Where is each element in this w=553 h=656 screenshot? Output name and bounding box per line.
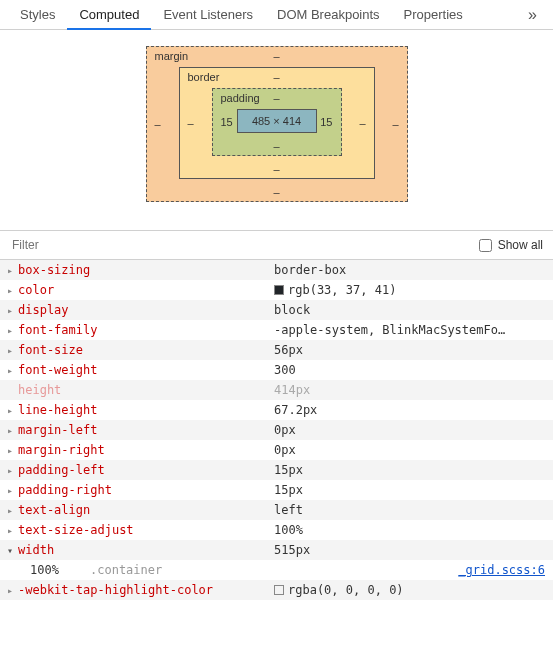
border-left-value[interactable]: –	[188, 117, 194, 129]
property-value: 300	[274, 363, 549, 377]
disclosure-triangle-icon[interactable]	[4, 405, 16, 416]
padding-left-value[interactable]: 15	[221, 116, 233, 128]
disclosure-triangle-icon[interactable]	[4, 265, 16, 276]
property-row[interactable]: font-size56px	[0, 340, 553, 360]
filter-input[interactable]	[10, 237, 479, 253]
disclosure-triangle-icon[interactable]	[4, 545, 16, 556]
property-row[interactable]: padding-right15px	[0, 480, 553, 500]
property-row[interactable]: width515px	[0, 540, 553, 560]
box-model-padding[interactable]: padding – – 15 15 485 × 414	[212, 88, 342, 156]
color-swatch-icon[interactable]	[274, 285, 284, 295]
disclosure-triangle-icon[interactable]	[4, 425, 16, 436]
property-value-text: 0px	[274, 423, 296, 437]
margin-right-value[interactable]: –	[392, 118, 398, 130]
property-value: 67.2px	[274, 403, 549, 417]
property-value-text: 15px	[274, 483, 303, 497]
property-value: 515px	[274, 543, 549, 557]
property-value: block	[274, 303, 549, 317]
property-value-text: 15px	[274, 463, 303, 477]
property-row[interactable]: line-height67.2px	[0, 400, 553, 420]
color-swatch-icon[interactable]	[274, 585, 284, 595]
property-value: border-box	[274, 263, 549, 277]
show-all-checkbox[interactable]	[479, 239, 492, 252]
property-row[interactable]: displayblock	[0, 300, 553, 320]
property-value-text: 67.2px	[274, 403, 317, 417]
property-value-text: 300	[274, 363, 296, 377]
property-value: -apple-system, BlinkMacSystemFo…	[274, 323, 549, 337]
disclosure-triangle-icon[interactable]	[4, 505, 16, 516]
property-value: 15px	[274, 463, 549, 477]
margin-label: margin	[155, 50, 189, 62]
filter-bar: Show all	[0, 230, 553, 260]
box-model-margin[interactable]: margin – – – – border – – – – padding – …	[146, 46, 408, 202]
property-name: padding-left	[16, 463, 274, 477]
property-trace-row[interactable]: 100%.container_grid.scss:6	[0, 560, 553, 580]
property-name: font-size	[16, 343, 274, 357]
tab-event-listeners[interactable]: Event Listeners	[151, 0, 265, 30]
computed-properties-list: box-sizingborder-boxcolorrgb(33, 37, 41)…	[0, 260, 553, 600]
show-all-toggle[interactable]: Show all	[479, 238, 543, 252]
property-value-text: 100%	[274, 523, 303, 537]
property-value: rgb(33, 37, 41)	[274, 283, 549, 297]
margin-left-value[interactable]: –	[155, 118, 161, 130]
tabs-bar: Styles Computed Event Listeners DOM Brea…	[0, 0, 553, 30]
padding-top-value[interactable]: –	[273, 92, 279, 104]
property-name: color	[16, 283, 274, 297]
property-row[interactable]: height414px	[0, 380, 553, 400]
margin-bottom-value[interactable]: –	[273, 186, 279, 198]
property-value-text: 515px	[274, 543, 310, 557]
property-value: 0px	[274, 423, 549, 437]
border-label: border	[188, 71, 220, 83]
property-row[interactable]: font-family-apple-system, BlinkMacSystem…	[0, 320, 553, 340]
disclosure-triangle-icon[interactable]	[4, 525, 16, 536]
tabs-overflow-button[interactable]: »	[520, 6, 545, 24]
disclosure-triangle-icon[interactable]	[4, 465, 16, 476]
tab-styles[interactable]: Styles	[8, 0, 67, 30]
padding-bottom-value[interactable]: –	[273, 140, 279, 152]
disclosure-triangle-icon[interactable]	[4, 445, 16, 456]
property-row[interactable]: -webkit-tap-highlight-colorrgba(0, 0, 0,…	[0, 580, 553, 600]
tab-computed[interactable]: Computed	[67, 0, 151, 30]
property-row[interactable]: font-weight300	[0, 360, 553, 380]
property-value-text: 414px	[274, 383, 310, 397]
padding-right-value[interactable]: 15	[320, 116, 332, 128]
box-model-diagram: margin – – – – border – – – – padding – …	[0, 30, 553, 230]
border-top-value[interactable]: –	[273, 71, 279, 83]
border-bottom-value[interactable]: –	[273, 163, 279, 175]
trace-source-link[interactable]: _grid.scss:6	[458, 563, 553, 577]
property-value-text: rgba(0, 0, 0, 0)	[288, 583, 404, 597]
tab-dom-breakpoints[interactable]: DOM Breakpoints	[265, 0, 392, 30]
disclosure-triangle-icon[interactable]	[4, 305, 16, 316]
property-row[interactable]: margin-right0px	[0, 440, 553, 460]
border-right-value[interactable]: –	[359, 117, 365, 129]
show-all-label: Show all	[498, 238, 543, 252]
box-model-content[interactable]: 485 × 414	[237, 109, 317, 133]
property-value: rgba(0, 0, 0, 0)	[274, 583, 549, 597]
property-value-text: 56px	[274, 343, 303, 357]
property-row[interactable]: colorrgb(33, 37, 41)	[0, 280, 553, 300]
property-row[interactable]: padding-left15px	[0, 460, 553, 480]
property-value: left	[274, 503, 549, 517]
property-row[interactable]: text-size-adjust100%	[0, 520, 553, 540]
property-name: width	[16, 543, 274, 557]
disclosure-triangle-icon[interactable]	[4, 485, 16, 496]
tab-properties[interactable]: Properties	[392, 0, 475, 30]
property-name: font-weight	[16, 363, 274, 377]
property-row[interactable]: box-sizingborder-box	[0, 260, 553, 280]
property-value-text: border-box	[274, 263, 346, 277]
property-value-text: rgb(33, 37, 41)	[288, 283, 396, 297]
property-row[interactable]: text-alignleft	[0, 500, 553, 520]
disclosure-triangle-icon[interactable]	[4, 365, 16, 376]
box-model-border[interactable]: border – – – – padding – – 15 15 485 × 4…	[179, 67, 375, 179]
disclosure-triangle-icon[interactable]	[4, 585, 16, 596]
property-value-text: left	[274, 503, 303, 517]
property-name: box-sizing	[16, 263, 274, 277]
property-row[interactable]: margin-left0px	[0, 420, 553, 440]
margin-top-value[interactable]: –	[273, 50, 279, 62]
property-value-text: -apple-system, BlinkMacSystemFo…	[274, 323, 505, 337]
disclosure-triangle-icon[interactable]	[4, 345, 16, 356]
property-name: -webkit-tap-highlight-color	[16, 583, 274, 597]
property-value: 15px	[274, 483, 549, 497]
disclosure-triangle-icon[interactable]	[4, 325, 16, 336]
disclosure-triangle-icon[interactable]	[4, 285, 16, 296]
